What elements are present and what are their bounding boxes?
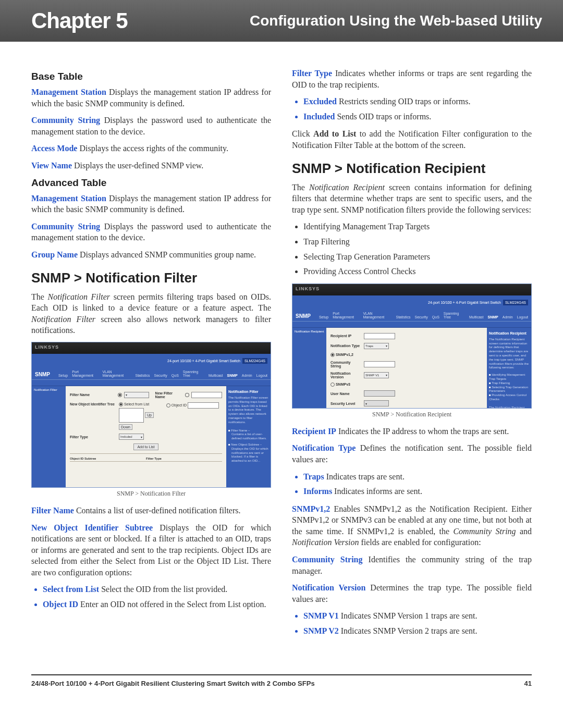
at-mgmt-label: Management Station bbox=[31, 194, 106, 203]
radio-icon[interactable] bbox=[331, 382, 335, 387]
at-mgmt-station: Management Station Displays the manageme… bbox=[31, 193, 271, 215]
snmpv12-desc: SNMPv1,2 Enables SNMPv1,2 as the Notific… bbox=[292, 503, 532, 548]
bt-comm-label: Community String bbox=[31, 116, 100, 125]
nois-desc: New Object Identifier Subtree Displays t… bbox=[31, 522, 271, 578]
nr-services-list: Identifying Management Trap Targets Trap… bbox=[303, 221, 532, 277]
ss1-objectid-input[interactable] bbox=[188, 402, 219, 409]
filter-type-desc: Filter Type Indicates whether informs or… bbox=[292, 68, 532, 90]
nr-b4: Providing Access Control Checks bbox=[303, 266, 532, 277]
rip-label: Recipient IP bbox=[292, 427, 336, 436]
ss2-nav: SNMP SetupPort ManagementVLAN Management… bbox=[292, 310, 531, 322]
rip-text: Indicates the IP address to whom the tra… bbox=[336, 427, 509, 436]
ss2-help: Notification Recipient The Notification … bbox=[487, 328, 531, 409]
radio-icon[interactable] bbox=[185, 393, 189, 397]
radio-icon[interactable] bbox=[119, 402, 123, 406]
at-group-text: Displays advanced SNMP communities group… bbox=[78, 250, 256, 259]
at-group-label: Group Name bbox=[31, 250, 78, 259]
ss1-side: Notification Filter bbox=[32, 386, 66, 488]
add-to-list-desc: Click Add to List to add the Notificatio… bbox=[292, 128, 532, 151]
ss1-newfilter-input[interactable] bbox=[191, 392, 222, 398]
ss2-ntype-select[interactable]: Traps bbox=[364, 343, 389, 349]
informs-item: Informs Indicates informs are sent. bbox=[303, 486, 532, 497]
right-column: Filter Type Indicates whether informs or… bbox=[292, 68, 532, 643]
ss1-main: Filter Name New Filter Name New Object I… bbox=[66, 386, 226, 488]
bt-view-text: Displays the user-defined SNMP view. bbox=[72, 161, 203, 170]
nr-b2: Trap Filtering bbox=[303, 236, 532, 248]
screenshot-notification-filter: LINKSYS 24-port 10/100 + 4-Port Gigabit … bbox=[31, 342, 271, 488]
ss1-nav: SNMP Setup Port Management VLAN Manageme… bbox=[32, 368, 271, 380]
ss2-nver-select[interactable]: SNMP V1 bbox=[364, 372, 389, 378]
ss2-sec-select[interactable] bbox=[364, 400, 389, 406]
excluded-item: Excluded Restricts sending OID traps or … bbox=[303, 96, 532, 107]
ss2-caption: SNMP > Notification Recipient bbox=[292, 411, 532, 418]
cs-label: Community String bbox=[292, 555, 363, 564]
page-title: Configuration Using the Web-based Utilit… bbox=[250, 13, 542, 29]
included-item: Included Sends OID traps or informs. bbox=[303, 111, 532, 122]
notification-version-desc: Notification Version Determines the trap… bbox=[292, 582, 532, 604]
bt-access-label: Access Mode bbox=[31, 144, 77, 153]
fn-text: Contains a list of user-defined notifica… bbox=[74, 506, 241, 515]
radio-icon[interactable] bbox=[331, 353, 335, 357]
nr-b1: Identifying Management Trap Targets bbox=[303, 221, 532, 232]
up-button[interactable]: Up bbox=[145, 412, 154, 418]
nois-options-list: Select from List Select the OID from the… bbox=[43, 584, 271, 610]
ss2-recip-input[interactable] bbox=[364, 333, 395, 339]
sfl-item: Select from List Select the OID from the… bbox=[43, 584, 271, 595]
at-comm-label: Community String bbox=[31, 222, 100, 231]
ss2-side: Notification Recipient bbox=[292, 328, 326, 409]
bt-view-name: View Name Displays the user-defined SNMP… bbox=[31, 160, 271, 171]
recipient-ip-desc: Recipient IP Indicates the IP address to… bbox=[292, 426, 532, 437]
bt-mgmt-station: Management Station Displays the manageme… bbox=[31, 87, 271, 109]
footer-left: 24/48-Port 10/100 + 4-Port Gigabit Resil… bbox=[31, 680, 315, 687]
ss1-table-head: Object ID Subtree Filter Type bbox=[70, 457, 222, 462]
at-group-name: Group Name Displays advanced SNMP commun… bbox=[31, 249, 271, 261]
footer-pagenum: 41 bbox=[524, 680, 532, 687]
header-bar: Chapter 5 Configuration Using the Web-ba… bbox=[0, 0, 563, 42]
ss1-bluebar: 24-port 10/100 + 4-Port Gigabit Smart Sw… bbox=[32, 354, 271, 368]
ss1-filtertype-select[interactable]: Included bbox=[119, 434, 144, 440]
bt-comm-string: Community String Displays the password u… bbox=[31, 115, 271, 137]
nr-b3: Selecting Trap Generation Parameters bbox=[303, 251, 532, 263]
left-column: Base Table Management Station Displays t… bbox=[31, 68, 271, 643]
oid-item: Object ID Enter an OID not offered in th… bbox=[43, 599, 271, 610]
nv-label: Notification Version bbox=[292, 583, 365, 592]
fn-label: Filter Name bbox=[31, 506, 74, 515]
notification-type-desc: Notification Type Defines the notificati… bbox=[292, 442, 532, 465]
chapter-title: Chapter 5 bbox=[31, 8, 128, 33]
filter-name-desc: Filter Name Contains a list of user-defi… bbox=[31, 505, 271, 516]
ss1-add-button[interactable]: Add to List bbox=[133, 443, 158, 450]
ss2-bluebar: 24-port 10/100 + 4-Port Gigabit Smart Sw… bbox=[292, 295, 531, 310]
nf-intro: The Notification Filter screen permits f… bbox=[31, 291, 271, 336]
ss2-comm-input[interactable] bbox=[364, 361, 395, 367]
community-string-desc: Community String Identifies the communit… bbox=[292, 554, 532, 576]
bt-view-label: View Name bbox=[31, 161, 72, 170]
page-footer: 24/48-Port 10/100 + 4-Port Gigabit Resil… bbox=[31, 674, 532, 708]
filter-type-list: Excluded Restricts sending OID traps or … bbox=[303, 96, 532, 122]
ss1-table-body bbox=[70, 462, 222, 488]
nf-heading: SNMP > Notification Filter bbox=[31, 270, 271, 286]
ss2-user-input[interactable] bbox=[364, 390, 395, 397]
snmp12-label: SNMPv1,2 bbox=[292, 504, 330, 513]
traps-item: Traps Indicates traps are sent. bbox=[303, 471, 532, 483]
bt-access-text: Displays the access rights of the commun… bbox=[77, 144, 228, 153]
ft-label: Filter Type bbox=[292, 69, 332, 78]
ss1-filtername-select[interactable] bbox=[124, 392, 149, 398]
ss2-brand: LINKSYS bbox=[292, 284, 531, 295]
content-columns: Base Table Management Station Displays t… bbox=[0, 68, 563, 659]
nr-heading: SNMP > Notification Recipient bbox=[292, 161, 532, 177]
at-comm-string: Community String Displays the password u… bbox=[31, 221, 271, 243]
adv-table-heading: Advanced Table bbox=[31, 177, 271, 189]
bt-access-mode: Access Mode Displays the access rights o… bbox=[31, 143, 271, 154]
ss1-brand: LINKSYS bbox=[32, 342, 271, 354]
nr-intro: The Notification Recipient screen contai… bbox=[292, 182, 532, 216]
v1-item: SNMP V1 Indicates SNMP Version 1 traps a… bbox=[303, 610, 532, 622]
ntype-label: Notification Type bbox=[292, 443, 356, 452]
radio-icon[interactable] bbox=[166, 403, 170, 408]
ss1-list-box[interactable] bbox=[119, 408, 144, 423]
ntype-options-list: Traps Indicates traps are sent. Informs … bbox=[303, 471, 532, 497]
nv-options-list: SNMP V1 Indicates SNMP Version 1 traps a… bbox=[303, 610, 532, 636]
radio-icon[interactable] bbox=[118, 393, 122, 397]
base-table-heading: Base Table bbox=[31, 71, 271, 82]
down-button[interactable]: Down bbox=[119, 424, 132, 430]
ss2-main: Recipient IP Notification TypeTraps SNMP… bbox=[326, 328, 487, 409]
